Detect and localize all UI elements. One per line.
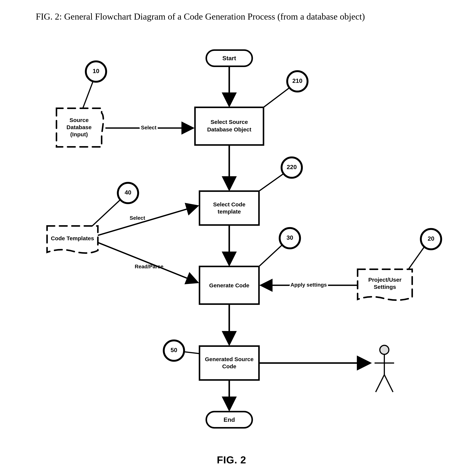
process-text: Generated Source [205,356,254,362]
svg-line-17 [184,352,199,354]
svg-line-23 [384,375,393,392]
process-text: template [218,208,241,215]
data-store-text: (Input) [70,131,88,137]
actor-icon [374,345,394,392]
start-label: Start [223,55,236,62]
start-terminal: Start [206,50,252,66]
ref-label: 220 [287,164,297,171]
process-text: Select Source [211,119,248,125]
svg-line-2 [264,87,291,107]
edge-label: Select [141,125,157,130]
data-store-text: Code Templates [51,235,94,241]
edge-label: Read/Parse [135,264,164,269]
process-text: Generate Code [209,282,249,288]
ref-50: 50 [164,341,199,361]
data-store-text: Database [66,124,91,130]
data-store-code-templates: Code Templates [47,226,98,253]
ref-label: 30 [286,234,293,241]
end-label: End [223,416,235,423]
edge-label: Select [130,215,145,221]
ref-label: 10 [93,68,99,74]
data-store-project-user-settings: Project/User Settings [358,269,412,300]
data-store-source-database: Source Database (Input) [56,108,103,147]
data-store-text: Source [70,117,89,123]
process-generate-code: Generate Code [199,266,259,304]
ref-220: 220 [259,157,302,191]
process-text: Code [222,363,236,369]
ref-label: 20 [427,235,434,242]
ref-label: 210 [292,77,302,84]
flow-arrow [98,206,197,235]
flow-arrow [98,242,197,282]
process-generated-source-code: Generated Source Code [199,346,259,380]
process-select-source-db-object: Select Source Database Object [195,107,264,145]
ref-label: 50 [170,347,177,353]
ref-20: 20 [409,229,441,269]
svg-line-7 [259,173,284,191]
ref-210: 210 [264,71,308,107]
edge-label: Apply settings [291,282,327,288]
svg-rect-6 [199,191,259,225]
svg-line-12 [259,245,282,266]
data-store-text: Project/User [368,277,402,283]
svg-point-19 [380,345,389,354]
flowchart-diagram: Start Select Source Database Object 210 … [0,0,463,476]
svg-line-14 [409,247,424,269]
svg-line-4 [83,81,93,108]
process-select-code-template: Select Code template [199,191,259,225]
svg-line-22 [376,375,384,392]
process-text: Select Code [213,201,245,207]
svg-line-9 [92,200,120,226]
end-terminal: End [206,412,252,428]
ref-10: 10 [83,61,106,108]
data-store-text: Settings [374,284,396,290]
ref-30: 30 [259,228,300,266]
ref-label: 40 [125,189,131,196]
process-text: Database Object [207,126,251,133]
